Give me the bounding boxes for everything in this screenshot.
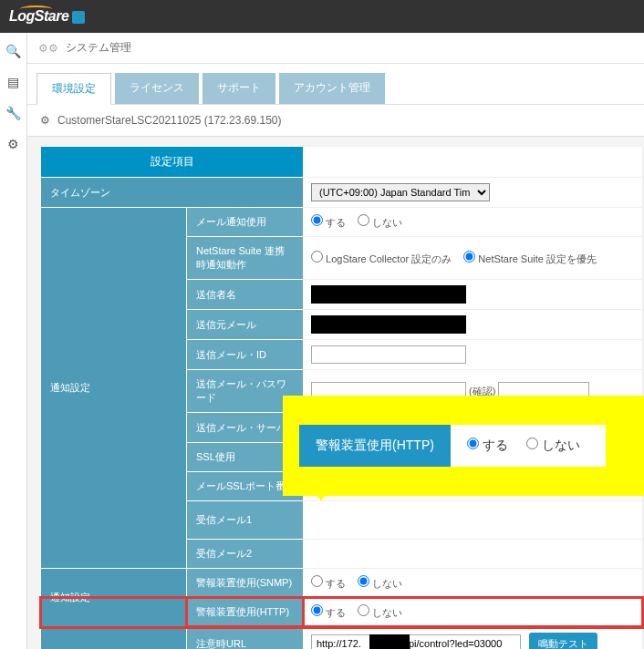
logo: LogStare	[9, 8, 85, 25]
callout-no[interactable]: しない	[526, 438, 580, 454]
callout-yes[interactable]: する	[467, 438, 508, 454]
settings-header: 設定項目	[41, 147, 304, 178]
row-recv1-label: 受信メール1	[187, 501, 304, 540]
row-http-label: 警報装置使用(HTTP)	[187, 598, 304, 627]
target-title: CustomerStareLSC20211025 (172.23.69.150)	[57, 114, 282, 127]
http-yes[interactable]: する	[311, 607, 346, 618]
netstare-opt2[interactable]: NetStare Suite 設定を優先	[463, 253, 597, 264]
callout: 警報装置使用(HTTP) する しない	[283, 396, 644, 496]
breadcrumb-title: システム管理	[66, 40, 131, 56]
tab-bar: 環境設定 ライセンス サポート アカウント管理	[27, 64, 644, 105]
gears-small-icon: ⚙⚙	[38, 42, 58, 55]
gear-icon: ⚙	[40, 114, 50, 127]
mailuse-no[interactable]: しない	[358, 217, 402, 228]
book-icon[interactable]: ▤	[7, 75, 19, 89]
netstare-opt1[interactable]: LogStare Collector 設定のみ	[311, 253, 452, 264]
timezone-select[interactable]: (UTC+09:00) Japan Standard Tim	[311, 183, 490, 201]
target-bar: ⚙ CustomerStareLSC20211025 (172.23.69.15…	[27, 105, 644, 137]
attention-url-input[interactable]	[311, 634, 521, 649]
row-mailuse-label: メール通知使用	[187, 208, 304, 237]
row-timezone-label: タイムゾーン	[41, 178, 304, 208]
callout-title: 警報装置使用(HTTP)	[299, 425, 451, 467]
section-notify3: 通知設定	[41, 627, 187, 650]
tab-env[interactable]: 環境設定	[36, 73, 111, 105]
row-snmp-label: 警報装置使用(SNMP)	[187, 569, 304, 598]
row-sender-mail-label: 送信元メール	[187, 310, 304, 340]
row-recv2-label: 受信メール2	[187, 540, 304, 569]
snmp-no[interactable]: しない	[358, 578, 402, 589]
row-send-id-label: 送信メール・ID	[187, 340, 304, 370]
row-attention-label: 注意時URL	[187, 627, 304, 650]
snmp-yes[interactable]: する	[311, 578, 346, 589]
section-notify: 通知設定	[41, 208, 187, 569]
tab-support[interactable]: サポート	[203, 73, 275, 104]
top-bar: LogStare	[0, 0, 644, 33]
http-no[interactable]: しない	[358, 607, 402, 618]
tab-account[interactable]: アカウント管理	[279, 73, 385, 104]
send-id-input[interactable]	[311, 345, 466, 364]
gears-icon[interactable]: ⚙	[7, 137, 19, 151]
row-sender-name-label: 送信者名	[187, 280, 304, 310]
tab-license[interactable]: ライセンス	[115, 73, 199, 104]
search-icon[interactable]: 🔍	[5, 44, 21, 58]
wrench-icon[interactable]: 🔧	[5, 106, 21, 120]
side-nav: 🔍 ▤ 🔧 ⚙	[0, 33, 27, 649]
sender-name-input[interactable]	[311, 285, 466, 304]
attention-test-button[interactable]: 鳴動テスト	[529, 633, 597, 649]
mailuse-yes[interactable]: する	[311, 217, 346, 228]
breadcrumb: ⚙⚙ システム管理	[27, 33, 644, 64]
sender-mail-input[interactable]	[311, 315, 466, 334]
section-notify2: 通知設定	[41, 569, 187, 627]
logo-badge-icon	[72, 11, 85, 24]
row-netstare-label: NetStare Suite 連携時通知動作	[187, 237, 304, 280]
